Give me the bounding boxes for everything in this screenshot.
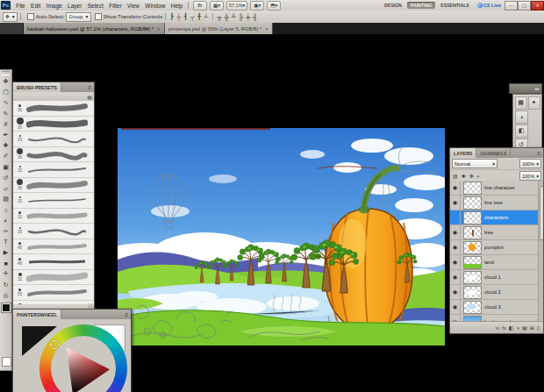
menu-filter[interactable]: Filter [106, 3, 125, 9]
visibility-eye-icon[interactable]: ◉ [450, 255, 461, 269]
auto-select-checkbox[interactable] [27, 13, 34, 20]
auto-select-dropdown[interactable]: Group▾ [66, 12, 90, 22]
visibility-eye-icon[interactable]: ◉ [450, 300, 461, 314]
restore-button[interactable]: ▢ [518, 1, 531, 11]
layer-row-cloud-2[interactable]: ◉cloud 2 [450, 285, 543, 300]
path-selection-tool[interactable]: ▶ [1, 247, 11, 258]
layer-row-cloud-1[interactable]: ◉cloud 1 [450, 270, 543, 285]
close-tab-icon[interactable]: × [157, 26, 161, 32]
swatches-panel-icon[interactable]: ▦ [515, 96, 527, 110]
layer-thumbnail[interactable] [463, 241, 482, 254]
screen-mode-icon[interactable]: ⬒▾ [267, 1, 281, 11]
lasso-tool[interactable]: ∿ [1, 97, 11, 108]
distribute-v-center-icon[interactable]: ╬ [223, 14, 230, 20]
workspace-essentials-button[interactable]: ESSENTIALS [437, 2, 473, 9]
brush-preset[interactable]: 25 [13, 162, 94, 178]
layer-thumbnail[interactable] [463, 271, 482, 284]
gradient-tool[interactable]: ▨ [1, 194, 11, 204]
panel-menu-icon[interactable]: ≡ [534, 148, 543, 158]
align-bottom-icon[interactable]: ┴ [203, 14, 210, 20]
brush-tool[interactable]: ✐ [1, 151, 11, 161]
workspace-painting-button[interactable]: PAINTING [407, 2, 435, 9]
lock-transparent-icon[interactable]: ▨ [452, 173, 459, 179]
bridge-icon[interactable]: Br [193, 1, 207, 11]
arrange-documents-icon[interactable]: ▣▾ [250, 1, 264, 11]
rotate-view-tool[interactable]: ↻ [1, 280, 11, 290]
dock-collapse-button[interactable]: ◂◂ [509, 83, 542, 94]
zoom-level-control[interactable]: 57.1%▾ [226, 1, 247, 11]
align-left-icon[interactable]: ┠ [168, 13, 175, 20]
brush-preset[interactable]: 25 [13, 193, 94, 209]
visibility-eye-icon[interactable]: ◉ [450, 196, 461, 210]
menu-edit[interactable]: Edit [28, 3, 44, 9]
background-color-swatch[interactable] [2, 357, 11, 367]
visibility-eye-icon[interactable]: ◉ [450, 225, 461, 239]
document-tab-active[interactable]: baobab-halloween.psd @ 57.1% (characters… [24, 23, 165, 34]
distribute-left-icon[interactable]: ╠ [237, 14, 244, 20]
brush-preset[interactable]: 55 [13, 285, 94, 301]
layer-thumbnail[interactable] [463, 182, 482, 195]
view-extras-icon[interactable]: ▦▾ [210, 1, 224, 11]
type-tool[interactable]: T [1, 237, 11, 247]
menu-layer[interactable]: Layer [65, 3, 85, 9]
panel-menu-icon[interactable]: ≡ [122, 310, 131, 319]
pen-tool[interactable]: ✑ [1, 226, 11, 237]
brush-preset[interactable]: 60 [13, 301, 94, 305]
layer-row-land[interactable]: ◉land [450, 255, 543, 270]
layer-row-line-character[interactable]: ◉line character [450, 181, 543, 196]
new-layer-icon[interactable]: ⊞ [530, 324, 534, 331]
layer-row-pumpkin[interactable]: ◉pumpkin [450, 240, 543, 255]
menu-select[interactable]: Select [85, 3, 106, 9]
panel-menu-icon[interactable]: ≡ [85, 82, 94, 92]
link-layers-icon[interactable]: ∞ [496, 325, 499, 331]
workspace-design-button[interactable]: DESIGN [381, 2, 405, 9]
layer-thumbnail[interactable] [463, 226, 482, 239]
new-group-icon[interactable]: ▤ [522, 324, 527, 331]
close-tab-icon[interactable]: × [265, 26, 268, 32]
fill-field[interactable]: 100%▾ [519, 171, 541, 181]
eyedropper-tool[interactable]: ✒ [1, 130, 11, 140]
layer-row-cloud-3[interactable]: ◉cloud 3 [450, 300, 543, 315]
panel-grip[interactable] [2, 71, 10, 75]
menu-file[interactable]: File [13, 3, 28, 9]
brush-preset[interactable]: 36 [13, 178, 94, 194]
brush-preset[interactable]: 30 [13, 117, 94, 132]
adjustments-panel-icon[interactable]: ◑ [515, 110, 528, 124]
align-top-icon[interactable]: ┬ [189, 14, 196, 20]
layer-row-characters[interactable]: characters [450, 210, 543, 225]
dodge-tool[interactable]: ◐ [1, 215, 11, 225]
history-brush-tool[interactable]: ↺ [1, 173, 11, 183]
tab-layers[interactable]: LAYERS [450, 148, 476, 158]
menu-view[interactable]: View [125, 3, 142, 9]
visibility-eye-icon[interactable] [450, 210, 461, 225]
eraser-tool[interactable]: ▱ [1, 183, 11, 194]
brush-preset[interactable]: 32 [13, 209, 94, 225]
layer-thumbnail[interactable] [463, 256, 482, 269]
distribute-h-center-icon[interactable]: ╪ [245, 14, 252, 20]
document-tab-inactive[interactable]: printemps.psd @ 50% (Layer 5, RGB/8) * × [165, 23, 273, 34]
menu-image[interactable]: Image [43, 3, 64, 9]
masks-panel-icon[interactable]: ◧ [515, 125, 528, 138]
move-tool[interactable]: ✥ [1, 76, 11, 87]
distribute-bottom-icon[interactable]: ╨ [230, 14, 237, 20]
brush-preset[interactable]: 45 [13, 239, 94, 255]
opacity-field[interactable]: 100%▾ [519, 159, 541, 168]
clone-stamp-tool[interactable]: ▣ [1, 162, 11, 173]
visibility-eye-icon[interactable]: ◉ [450, 181, 461, 195]
blur-tool[interactable]: ○ [1, 204, 11, 215]
panel-options-icon[interactable]: ▤ [87, 94, 92, 100]
quick-selection-tool[interactable]: ✎ [1, 109, 11, 119]
visibility-eye-icon[interactable]: ◉ [450, 285, 461, 299]
distribute-right-icon[interactable]: ╣ [252, 14, 259, 20]
visibility-eye-icon[interactable]: ◉ [450, 270, 461, 284]
scrollbar[interactable] [538, 181, 543, 322]
hand-tool[interactable]: ✛ [1, 268, 11, 279]
align-v-center-icon[interactable]: ╂ [196, 13, 202, 20]
cs-live-button[interactable]: CS Live [477, 3, 501, 8]
brush-preset[interactable]: 32 [13, 270, 94, 286]
crop-tool[interactable]: # [1, 119, 11, 130]
brush-preset[interactable]: 30 [13, 101, 94, 117]
foreground-color-swatch[interactable] [2, 303, 11, 312]
visibility-eye-icon[interactable]: ◉ [450, 240, 461, 254]
layer-row-tree[interactable]: ◉tree [450, 225, 543, 240]
